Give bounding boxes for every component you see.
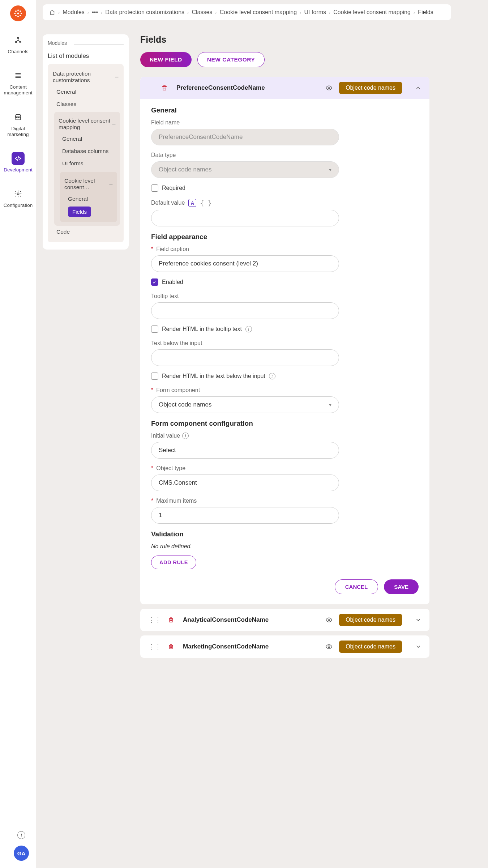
eye-icon[interactable] [325,84,333,92]
info-icon[interactable]: i [269,373,275,379]
tree-item-classes[interactable]: Classes [54,98,120,110]
tree-item-cookie-consent[interactable]: Cookie level consent… − [63,175,114,193]
new-category-button[interactable]: NEW CATEGORY [197,52,265,67]
tree-item-general[interactable]: General [54,86,120,98]
field-card-header[interactable]: PreferenceConsentCodeName Object code na… [140,77,429,99]
breadcrumb-sep: › [58,10,60,15]
svg-point-12 [17,193,19,195]
rail-content-management[interactable]: Content management [4,67,33,98]
drag-handle-icon[interactable]: ⋮⋮ [148,616,161,624]
data-type-select: Object code names ▾ [151,161,339,178]
tree-item-code[interactable]: Code [54,226,120,238]
macro-mode-icon[interactable]: { } [200,199,212,207]
user-avatar[interactable]: GA [14,846,29,861]
rail-label: Content management [4,84,33,96]
svg-point-4 [21,13,22,14]
field-caption-input[interactable] [151,255,339,272]
rail-channels[interactable]: Channels [4,31,33,57]
tree-item-general[interactable]: General [66,193,114,205]
form-component-select[interactable]: Object code names ▾ [151,396,339,413]
chevron-down-icon: ▾ [329,167,331,173]
tree-label: Cookie level consent mapping [59,118,112,131]
rail-development[interactable]: Development [4,150,33,175]
breadcrumb-current: Fields [418,9,433,16]
object-type-input[interactable] [151,475,339,491]
breadcrumb-item[interactable]: UI forms [304,9,326,16]
tree-root[interactable]: Data protection customizations − [51,68,120,86]
breadcrumb-bar: › Modules › ••• › Data protection custom… [43,4,451,20]
label-data-type: Data type [151,152,419,158]
tree-item-db-columns[interactable]: Database columns [60,145,117,157]
trash-icon[interactable] [168,617,174,623]
new-field-button[interactable]: NEW FIELD [140,52,192,67]
no-rule-text: No rule defined. [151,543,419,550]
panel-title[interactable]: List of modules [48,52,124,60]
default-value-input[interactable] [151,210,339,226]
text-mode-icon[interactable]: A [188,199,196,207]
checkbox-icon [151,373,158,380]
chevron-down-icon[interactable] [415,617,421,623]
home-icon[interactable] [49,9,55,16]
field-card-collapsed: ⋮⋮ AnalyticalConsentCodeName Object code… [140,609,429,631]
tree-item-general[interactable]: General [60,133,117,145]
field-card-header[interactable]: ⋮⋮ AnalyticalConsentCodeName Object code… [140,609,429,631]
text-below-input[interactable] [151,349,339,366]
trash-icon[interactable] [168,643,174,650]
checkbox-icon [151,326,158,333]
type-badge: Object code names [339,641,402,653]
render-tooltip-checkbox[interactable]: Render HTML in the tooltip text i [151,326,419,333]
section-form-comp: Form component configuration [151,420,419,427]
section-validation: Validation [151,530,419,538]
breadcrumb-item[interactable]: Data protection customizations [105,9,184,16]
trash-icon[interactable] [161,85,168,91]
rail-label: Channels [8,49,28,55]
chevron-up-icon[interactable] [415,85,421,91]
app-logo[interactable] [10,5,26,21]
eye-icon[interactable] [325,643,333,650]
info-icon[interactable]: i [182,433,189,439]
breadcrumb-item[interactable]: Cookie level consent mapping [220,9,297,16]
render-below-checkbox[interactable]: Render HTML in the text below the input … [151,373,419,380]
collapse-icon[interactable]: − [112,120,116,128]
collapse-icon[interactable]: − [109,180,113,188]
field-card-header[interactable]: ⋮⋮ MarketingConsentCodeName Object code … [140,635,429,658]
enabled-checkbox[interactable]: Enabled [151,278,419,286]
label-object-type: *Object type [151,465,419,472]
chevron-down-icon[interactable] [415,643,421,650]
breadcrumb-item[interactable]: Cookie level consent mapping [333,9,410,16]
tree-item-cookie-mapping[interactable]: Cookie level consent mapping − [57,115,117,133]
max-items-input[interactable] [151,507,339,524]
info-icon[interactable]: i [245,326,252,332]
breadcrumb-overflow[interactable]: ••• [92,9,98,16]
toolbar: NEW FIELD NEW CATEGORY [140,52,429,67]
svg-point-7 [15,15,17,16]
initial-value-select[interactable]: Select [151,442,339,459]
chevron-down-icon: ▾ [329,402,331,408]
share-icon [12,34,25,47]
breadcrumb-item[interactable]: Modules [63,9,84,16]
module-tree-panel: Modules List of modules Data protection … [43,34,129,250]
drag-handle-icon[interactable]: ⋮⋮ [148,643,161,651]
save-button[interactable]: SAVE [384,579,419,594]
cancel-button[interactable]: CANCEL [335,579,378,594]
breadcrumb-item[interactable]: Classes [192,9,212,16]
rail-digital-marketing[interactable]: Digital marketing [4,109,33,140]
svg-point-9 [17,37,19,39]
select-value: Select [159,447,176,454]
field-name: AnalyticalConsentCodeName [183,616,269,624]
collapse-icon[interactable]: − [115,73,119,81]
help-icon[interactable]: i [17,831,25,839]
required-checkbox[interactable]: Required [151,184,419,192]
svg-point-3 [14,13,16,14]
label-default-value: Default value [151,200,185,206]
tree-item-ui-forms[interactable]: UI forms [60,157,117,170]
panel-head: Modules [48,40,124,48]
field-card-collapsed: ⋮⋮ MarketingConsentCodeName Object code … [140,635,429,658]
rail-configuration[interactable]: Configuration [4,185,33,210]
tree-item-fields-active[interactable]: Fields [68,207,91,217]
add-rule-button[interactable]: ADD RULE [151,556,196,569]
eye-icon[interactable] [325,616,333,624]
tooltip-input[interactable] [151,302,339,319]
checkbox-label: Required [162,185,185,191]
label-text-below: Text below the input [151,340,419,346]
